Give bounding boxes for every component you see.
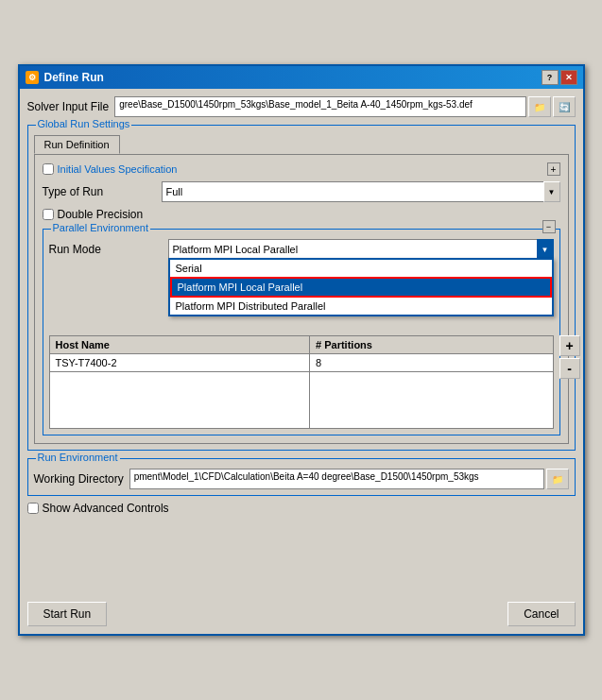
working-directory-field[interactable]: pment\Model_1\CFD\Calculation\Beita A=40… [129, 469, 544, 489]
initial-values-label: Initial Values Specification [58, 163, 178, 175]
run-mode-arrow[interactable]: ▼ [537, 239, 554, 260]
global-run-settings-group: Global Run Settings Run Definition Initi… [27, 125, 576, 451]
tab-header: Run Definition [34, 135, 569, 154]
parallel-environment-label: Parallel Environment [51, 222, 151, 233]
host-table: Host Name # Partitions TSY-T7400-2 8 [49, 335, 554, 429]
global-run-settings-label: Global Run Settings [36, 118, 132, 129]
type-of-run-row: Type of Run Full ▼ [43, 181, 560, 202]
host-table-container: Host Name # Partitions TSY-T7400-2 8 [49, 335, 554, 429]
run-environment-label: Run Environment [36, 452, 120, 463]
run-mode-display[interactable]: Platform MPI Local Parallel [168, 239, 554, 260]
run-mode-label: Run Mode [49, 243, 163, 256]
working-directory-row: Working Directory pment\Model_1\CFD\Calc… [34, 469, 569, 489]
run-environment-group: Run Environment Working Directory pment\… [27, 458, 576, 496]
tab-container: Run Definition Initial Values Specificat… [34, 135, 569, 444]
run-mode-wrapper: Platform MPI Local Parallel ▼ Serial Pla… [168, 239, 554, 260]
col-partitions: # Partitions [310, 336, 553, 354]
help-button[interactable]: ? [542, 70, 559, 85]
tab-body: Initial Values Specification + Type of R… [34, 154, 569, 444]
solver-input-wrapper: gree\Base_D1500\1450rpm_53kgs\Base_model… [114, 96, 575, 117]
table-empty-row [49, 372, 553, 429]
dropdown-item-local-parallel[interactable]: Platform MPI Local Parallel [170, 277, 552, 298]
parallel-environment-group: Parallel Environment − Run Mode Platform… [43, 229, 560, 435]
collapse-parallel-button[interactable]: − [542, 220, 556, 233]
working-directory-wrapper: pment\Model_1\CFD\Calculation\Beita A=40… [129, 469, 569, 489]
type-of-run-label: Type of Run [43, 185, 156, 198]
partitions-cell[interactable]: 8 [310, 354, 553, 372]
expand-initial-values-button[interactable]: + [547, 162, 560, 176]
run-mode-dropdown: Serial Platform MPI Local Parallel Platf… [168, 258, 554, 316]
dropdown-item-distributed-parallel[interactable]: Platform MPI Distributed Parallel [170, 298, 552, 315]
table-buttons: + - [559, 335, 580, 379]
solver-input-row: Solver Input File gree\Base_D1500\1450rp… [27, 96, 576, 117]
title-bar-left: ⚙ Define Run [26, 71, 104, 84]
run-mode-row: Run Mode Platform MPI Local Parallel ▼ S… [49, 239, 554, 260]
start-run-button[interactable]: Start Run [27, 602, 108, 626]
solver-input-browse-button[interactable]: 📁 [528, 96, 551, 117]
empty-host-cell [49, 372, 310, 429]
table-row: TSY-T7400-2 8 [49, 354, 553, 372]
bottom-buttons: Start Run Cancel [20, 594, 583, 634]
initial-values-checkbox[interactable] [43, 163, 54, 175]
initial-values-row: Initial Values Specification + [43, 162, 560, 176]
host-name-cell[interactable]: TSY-T7400-2 [49, 354, 310, 372]
dropdown-item-serial[interactable]: Serial [170, 260, 552, 277]
show-advanced-label: Show Advanced Controls [43, 502, 169, 515]
define-run-dialog: ⚙ Define Run ? ✕ Solver Input File gree\… [18, 64, 585, 636]
title-bar-buttons: ? ✕ [542, 70, 577, 85]
double-precision-row: Double Precision [43, 208, 560, 221]
solver-input-field[interactable]: gree\Base_D1500\1450rpm_53kgs\Base_model… [114, 96, 525, 117]
show-advanced-checkbox[interactable] [27, 503, 39, 514]
double-precision-checkbox[interactable] [43, 209, 54, 220]
dialog-icon: ⚙ [26, 71, 39, 84]
spacer [27, 526, 576, 583]
cancel-button[interactable]: Cancel [507, 602, 575, 626]
double-precision-label: Double Precision [58, 208, 144, 221]
dialog-title: Define Run [44, 71, 104, 84]
solver-input-action-button[interactable]: 🔄 [553, 96, 576, 117]
remove-row-button[interactable]: - [559, 358, 580, 379]
empty-partitions-cell [310, 372, 553, 429]
title-bar: ⚙ Define Run ? ✕ [20, 66, 583, 89]
show-advanced-row: Show Advanced Controls [27, 502, 576, 515]
col-host-name: Host Name [49, 336, 310, 354]
close-button[interactable]: ✕ [560, 70, 577, 85]
type-of-run-select-wrapper: Full ▼ [162, 181, 560, 202]
tab-run-definition[interactable]: Run Definition [34, 135, 120, 154]
dialog-body: Solver Input File gree\Base_D1500\1450rp… [20, 89, 583, 590]
type-of-run-display[interactable]: Full [162, 181, 560, 202]
add-row-button[interactable]: + [559, 335, 580, 356]
solver-input-label: Solver Input File [27, 100, 110, 113]
working-directory-browse-button[interactable]: 📁 [546, 469, 569, 489]
working-directory-label: Working Directory [34, 472, 124, 486]
